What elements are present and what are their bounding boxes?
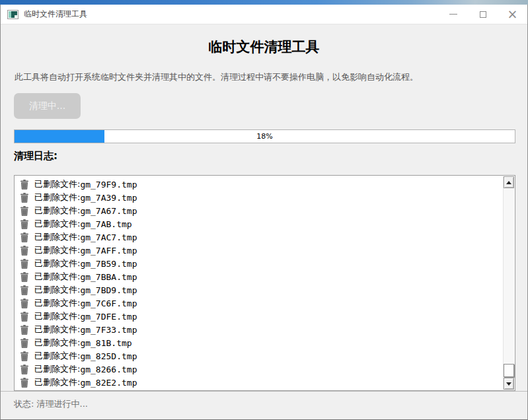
- log-filename: gm_7A67.tmp: [80, 206, 137, 216]
- log-filename: gm_7AC7.tmp: [80, 232, 137, 242]
- log-filename: gm_7A39.tmp: [80, 193, 137, 203]
- trash-icon: [20, 246, 29, 256]
- log-text: 已删除文件:: [34, 350, 80, 362]
- log-filename: gm_79F9.tmp: [80, 180, 137, 190]
- trash-icon: [20, 285, 29, 295]
- log-filename: gm_7AFF.tmp: [80, 246, 137, 256]
- log-text: 已删除文件:: [34, 271, 80, 283]
- trash-icon: [20, 180, 29, 190]
- clean-button[interactable]: 清理中...: [14, 93, 81, 119]
- log-text: 已删除文件:: [34, 376, 80, 388]
- log-filename: gm_7BD9.tmp: [80, 285, 137, 295]
- log-row: 已删除文件: gm_82E2.tmp: [19, 376, 500, 389]
- app-window: 临时文件清理工具 × 临时文件清理工具 此工具将自动打开系统临时文件夹并清理其中…: [0, 5, 528, 420]
- trash-icon: [20, 338, 29, 348]
- log-filename: gm_7BBA.tmp: [80, 272, 137, 282]
- log-text: 已删除文件:: [34, 192, 80, 203]
- trash-icon: [20, 325, 29, 335]
- log-text: 已删除文件:: [34, 218, 80, 230]
- progress-bar: 18%: [14, 129, 515, 143]
- log-filename: gm_8266.tmp: [80, 365, 137, 374]
- log-box: 已删除文件: gm_79F9.tmp 已删除文件: gm_7A39.tmp 已删…: [14, 175, 515, 391]
- log-list: 已删除文件: gm_79F9.tmp 已删除文件: gm_7A39.tmp 已删…: [19, 176, 500, 390]
- log-text: 已删除文件:: [34, 244, 80, 256]
- scrollbar-thumb[interactable]: [504, 364, 514, 377]
- maximize-icon: [480, 11, 486, 18]
- log-row: 已删除文件: gm_7BBA.tmp: [19, 270, 500, 283]
- trash-icon: [20, 206, 29, 216]
- log-row: 已删除文件: gm_7DFE.tmp: [19, 310, 500, 323]
- log-row: 已删除文件: gm_7A67.tmp: [19, 204, 500, 217]
- statusbar: 状态: 清理进行中...: [1, 391, 527, 419]
- log-text: 已删除文件:: [34, 324, 80, 335]
- maximize-button[interactable]: [468, 5, 498, 24]
- log-text: 已删除文件:: [34, 231, 80, 243]
- titlebar: 临时文件清理工具 ×: [1, 5, 527, 24]
- description-text: 此工具将自动打开系统临时文件夹并清理其中的文件。清理过程中请不要操作电脑，以免影…: [15, 71, 514, 83]
- arrow-up-icon: [506, 181, 511, 184]
- log-filename: gm_81B.tmp: [80, 338, 132, 348]
- trash-icon: [20, 298, 29, 308]
- log-text: 已删除文件:: [34, 178, 80, 190]
- trash-icon: [20, 259, 29, 269]
- log-text: 已删除文件:: [34, 363, 80, 375]
- log-text: 已删除文件:: [34, 205, 80, 217]
- log-row: 已删除文件: gm_81B.tmp: [19, 336, 500, 349]
- log-text: 已删除文件:: [34, 297, 80, 309]
- log-filename: gm_7C6F.tmp: [80, 298, 137, 308]
- window-controls: ×: [438, 5, 527, 24]
- log-row: 已删除文件: gm_7F33.tmp: [19, 323, 500, 336]
- trash-icon: [20, 351, 29, 361]
- log-row: 已删除文件: gm_7C6F.tmp: [19, 297, 500, 310]
- log-text: 已删除文件:: [34, 310, 80, 322]
- log-filename: gm_82E2.tmp: [80, 378, 137, 388]
- log-row: 已删除文件: gm_7AB.tmp: [19, 217, 500, 230]
- scrollbar-down-button[interactable]: [504, 378, 514, 390]
- log-text: 已删除文件:: [34, 284, 80, 296]
- trash-icon: [20, 365, 29, 374]
- minimize-icon: [449, 14, 457, 15]
- log-text: 已删除文件:: [34, 337, 80, 349]
- app-icon: [7, 10, 19, 19]
- log-row: 已删除文件: gm_8266.tmp: [19, 363, 500, 376]
- trash-icon: [20, 272, 29, 282]
- status-text: 状态: 清理进行中...: [14, 399, 88, 409]
- arrow-down-icon: [506, 382, 511, 386]
- log-filename: gm_7B59.tmp: [80, 259, 137, 269]
- scrollbar-up-button[interactable]: [504, 176, 514, 188]
- log-row: 已删除文件: gm_825D.tmp: [19, 349, 500, 363]
- close-icon: ×: [508, 8, 518, 20]
- log-scrollbar[interactable]: [503, 176, 514, 390]
- log-filename: gm_7DFE.tmp: [80, 312, 137, 322]
- close-button[interactable]: ×: [498, 5, 527, 24]
- log-section-label: 清理日志:: [14, 150, 57, 162]
- minimize-button[interactable]: [438, 5, 468, 24]
- log-row: 已删除文件: gm_79F9.tmp: [19, 178, 500, 191]
- desktop-wallpaper-strip: [0, 0, 528, 5]
- progress-percent-label: 18%: [15, 130, 515, 143]
- page-title: 临时文件清理工具: [1, 38, 527, 56]
- log-row: 已删除文件: gm_7A39.tmp: [19, 191, 500, 204]
- trash-icon: [20, 219, 29, 229]
- log-row: 已删除文件: gm_7BD9.tmp: [19, 283, 500, 297]
- log-row: 已删除文件: gm_7AFF.tmp: [19, 244, 500, 257]
- log-row: 已删除文件: gm_7AC7.tmp: [19, 230, 500, 244]
- trash-icon: [20, 378, 29, 388]
- trash-icon: [20, 193, 29, 203]
- log-row: 已删除文件: gm_7B59.tmp: [19, 257, 500, 270]
- log-filename: gm_7F33.tmp: [80, 325, 137, 335]
- trash-icon: [20, 312, 29, 322]
- log-text: 已删除文件:: [34, 258, 80, 269]
- trash-icon: [20, 232, 29, 242]
- window-title: 临时文件清理工具: [24, 9, 87, 20]
- log-filename: gm_825D.tmp: [80, 351, 137, 361]
- log-filename: gm_7AB.tmp: [80, 219, 132, 229]
